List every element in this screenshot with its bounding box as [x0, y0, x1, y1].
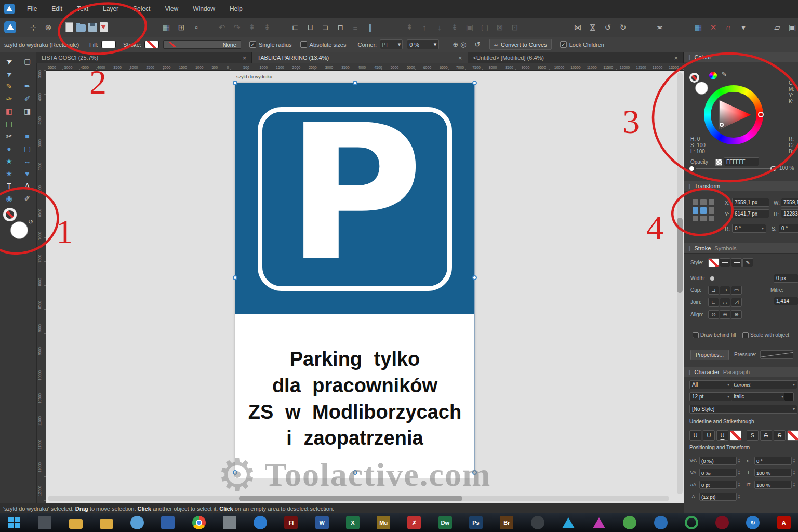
move-forward-icon[interactable]: ↑ [418, 21, 431, 34]
stroke-style-solid-button[interactable] [720, 258, 730, 267]
taskbar-green-app[interactable] [621, 515, 639, 530]
underline-colour-swatch[interactable] [730, 430, 741, 441]
align-left-icon[interactable]: ⊏ [289, 21, 301, 34]
width-input[interactable]: 0 px [774, 274, 798, 283]
cap-square-button[interactable]: ▭ [731, 286, 742, 295]
taskbar-excel[interactable]: X [344, 515, 362, 530]
anchor-top-right[interactable] [709, 200, 714, 205]
font-family-dropdown[interactable]: Coronet▾ [731, 380, 797, 389]
taskbar-start-button[interactable] [5, 515, 23, 530]
panel-grip-icon[interactable]: ∥ [688, 183, 691, 189]
properties-button[interactable]: Properties... [690, 350, 729, 360]
hue-marker-icon[interactable] [758, 112, 764, 117]
rounded-rectangle-tool[interactable]: ▢ [18, 142, 36, 155]
font-style-dropdown[interactable]: Italic▾ [731, 392, 786, 401]
taskbar-sync-app[interactable]: ↻ [744, 515, 762, 530]
taskbar-internet-browser[interactable] [128, 515, 146, 530]
rotation-input[interactable]: 0 °▾ [732, 224, 766, 233]
stepper-icon[interactable]: ▲▼ [793, 458, 795, 463]
vertical-scrollbar-thumb[interactable] [677, 218, 683, 293]
anchor-middle-right[interactable] [709, 207, 714, 213]
align-outside-button[interactable]: ⊕ [731, 310, 742, 319]
align-inside-button[interactable]: ⊖ [720, 310, 730, 319]
panel-grip-icon[interactable]: ∥ [688, 369, 691, 375]
show-grid-icon[interactable]: ▦ [160, 21, 172, 34]
pencil-tool[interactable]: ✎ [0, 80, 18, 92]
tab-character[interactable]: Character [695, 369, 720, 375]
colour-wheel[interactable] [704, 85, 763, 144]
flip-vertical-icon[interactable]: ⋈ [587, 21, 599, 34]
strike-button-0[interactable]: S [747, 430, 759, 441]
ungroup-icon[interactable]: ▢ [478, 21, 491, 34]
separate-view-icon[interactable]: ▱ [771, 21, 783, 34]
taskbar-muse[interactable]: Mu [375, 515, 392, 530]
document-tab-2[interactable]: <Untitled> [Modified] (6.4%)× [468, 52, 684, 63]
swap-fill-stroke-icon[interactable]: ↺ [28, 218, 33, 225]
taskbar-folder-project[interactable] [98, 515, 115, 530]
fill-white-swatch-icon[interactable] [10, 221, 28, 239]
snap-options-icon[interactable]: ▫ [190, 21, 203, 34]
join-mitre-button[interactable]: ∟ [708, 298, 719, 307]
menu-edit[interactable]: Edit [44, 0, 70, 18]
cap-round-button[interactable]: ⊃ [720, 286, 730, 295]
flip-horizontal-icon[interactable]: ⋈ [571, 21, 584, 34]
distribute-icon[interactable]: ≍ [654, 21, 666, 34]
opacity-slider-thumb[interactable] [689, 166, 694, 171]
document-tab-1[interactable]: TABLICA PARKING (13.4%)× [252, 52, 468, 63]
lock-icon[interactable]: ⊠ [494, 21, 506, 34]
snapping-magnet-icon[interactable]: ∩ [722, 21, 735, 34]
menu-select[interactable]: Select [126, 0, 157, 18]
taskbar-dreamweaver[interactable]: Dw [436, 515, 454, 530]
taskbar-word[interactable]: W [313, 515, 331, 530]
tracking-input[interactable]: 0 ‰ [699, 469, 737, 477]
absolute-sizes-checkbox[interactable] [300, 41, 307, 48]
align-bottom-icon[interactable]: ∥ [364, 21, 377, 34]
menu-file[interactable]: File [20, 0, 44, 18]
underline-button-1[interactable]: U [703, 430, 715, 441]
taskbar-bridge[interactable]: Br [498, 515, 515, 530]
move-tool[interactable]: ➤ [0, 55, 18, 68]
corner-type-dropdown[interactable]: ◳▾ [380, 39, 403, 49]
font-size-dropdown[interactable]: 12 pt▾ [689, 392, 732, 401]
single-radius-checkbox[interactable]: ✓ [249, 41, 256, 48]
strike-button-1[interactable]: S [760, 430, 772, 441]
taskbar-dark-red-app[interactable] [713, 515, 731, 530]
cycle-selection-icon[interactable]: ◎ [460, 41, 466, 48]
ellipse-tool[interactable]: ● [0, 142, 18, 155]
colour-panel-header[interactable]: ∥ Colour [684, 52, 798, 62]
anchor-top-left[interactable] [693, 200, 698, 205]
stroke-colour-swatch[interactable] [144, 41, 159, 48]
colour-picker-tool[interactable]: ✐ [18, 192, 36, 205]
tab-close-icon[interactable]: × [458, 55, 462, 61]
taskbar-affinity-designer-app[interactable] [560, 515, 577, 530]
taskbar-file-explorer[interactable] [67, 515, 85, 530]
horizontal-ruler[interactable]: -5500-5000-4500-4000-3500-3000-2500-2000… [46, 63, 684, 71]
snapping-dropdown-icon[interactable]: ▾ [737, 21, 750, 34]
heart-shape-tool[interactable]: ♥ [18, 167, 36, 180]
stroke-none-swatch-icon[interactable] [689, 73, 699, 83]
strike-colour-swatch[interactable] [787, 430, 798, 441]
panel-grip-icon[interactable]: ∥ [688, 246, 691, 251]
grid-toggle-icon[interactable]: ▦ [692, 21, 704, 34]
stroke-style-brush-button[interactable]: ✎ [742, 258, 753, 267]
taskbar-acrobat-reader[interactable]: A [775, 515, 793, 530]
stepper-icon[interactable]: ▲▼ [793, 470, 795, 475]
taskbar-chrome-browser[interactable] [190, 515, 208, 530]
rotate-ccw-icon[interactable]: ↺ [602, 21, 614, 34]
mitre-input[interactable]: 1,414 [774, 297, 798, 305]
selection-handle-middle-right[interactable] [472, 275, 477, 280]
draw-behind-fill-checkbox[interactable] [693, 332, 699, 338]
anchor-bottom-middle[interactable] [700, 216, 706, 221]
taskbar-blue-sphere-app[interactable] [652, 515, 670, 530]
edit-colour-icon[interactable]: ✎ [722, 71, 727, 78]
baseline-input[interactable]: 0 pt [699, 481, 737, 489]
tab-stroke[interactable]: Stroke [695, 245, 711, 251]
preview-mode-icon[interactable]: ▣ [786, 21, 798, 34]
parking-sign-blue-panel[interactable]: P [235, 83, 474, 314]
star-shape-tool[interactable]: ★ [0, 167, 18, 180]
leading-override-input[interactable]: (12 pt) [699, 493, 737, 501]
taskbar-media-player[interactable] [251, 515, 269, 530]
stepper-icon[interactable]: ▲▼ [738, 494, 740, 499]
rectangle-tool[interactable]: ■ [18, 130, 36, 142]
delete-grid-icon[interactable]: ✕ [707, 21, 720, 34]
